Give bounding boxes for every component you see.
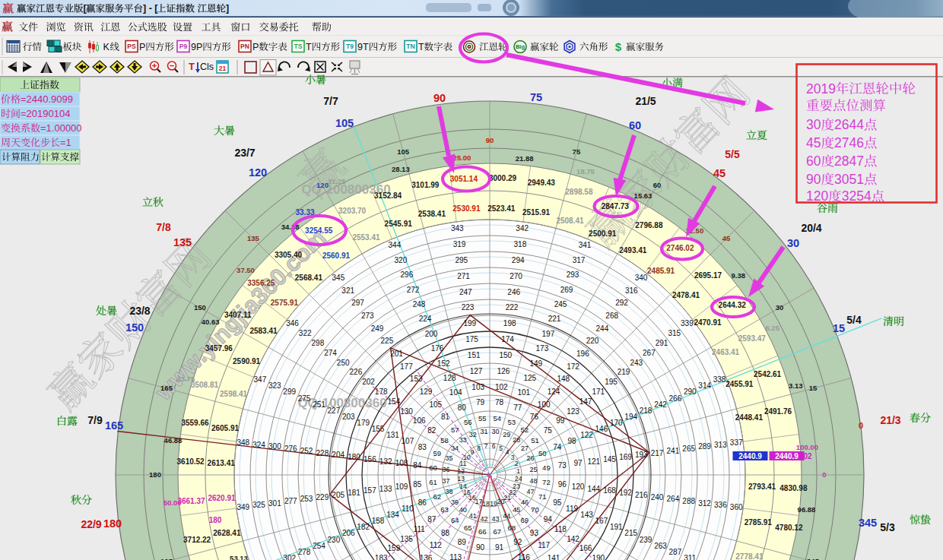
svg-text:P9: P9 — [179, 43, 188, 50]
svg-text:204: 204 — [332, 451, 344, 459]
svg-text:21/3: 21/3 — [880, 414, 900, 426]
svg-text:2778.41: 2778.41 — [735, 552, 764, 560]
svg-text:15: 15 — [833, 322, 845, 334]
svg-text:6.25: 6.25 — [765, 324, 779, 332]
svg-text:243: 243 — [630, 359, 643, 367]
svg-text:42: 42 — [480, 515, 487, 523]
svg-text:182: 182 — [357, 523, 370, 531]
svg-text:315: 315 — [668, 329, 681, 337]
svg-text:2613.41: 2613.41 — [208, 459, 236, 467]
svg-text:9.38: 9.38 — [732, 271, 746, 280]
svg-text:4: 4 — [506, 448, 510, 456]
svg-text:17: 17 — [475, 498, 483, 505]
svg-text:2785.91: 2785.91 — [745, 518, 773, 527]
svg-text:2793.41: 2793.41 — [748, 482, 776, 491]
svg-text:224: 224 — [419, 315, 432, 323]
svg-text:4780.12: 4780.12 — [775, 524, 803, 532]
svg-text:6: 6 — [492, 442, 496, 450]
svg-text:68: 68 — [507, 524, 516, 532]
svg-text:83: 83 — [418, 443, 427, 451]
svg-text:173: 173 — [536, 344, 549, 353]
svg-text:] - [: ] - [ — [143, 3, 158, 14]
svg-text:79: 79 — [476, 398, 485, 407]
svg-text:167: 167 — [595, 517, 608, 525]
svg-text:95: 95 — [553, 498, 562, 507]
svg-text:147: 147 — [579, 397, 592, 406]
svg-text:2605.91: 2605.91 — [211, 424, 240, 432]
svg-text:5/4: 5/4 — [846, 314, 862, 326]
svg-text:105: 105 — [335, 117, 354, 129]
svg-text:52: 52 — [520, 426, 529, 434]
svg-text:30: 30 — [787, 237, 799, 249]
svg-text:150: 150 — [499, 351, 512, 359]
svg-text:158: 158 — [372, 517, 385, 525]
svg-text:2491.76: 2491.76 — [764, 407, 792, 416]
svg-text:105: 105 — [429, 400, 442, 409]
svg-text:113: 113 — [449, 553, 462, 560]
svg-text:197: 197 — [542, 330, 555, 338]
svg-text:90: 90 — [433, 92, 446, 104]
svg-text:2583.41: 2583.41 — [249, 327, 278, 335]
svg-text:2019: 2019 — [806, 81, 836, 96]
svg-text:51: 51 — [531, 436, 539, 445]
svg-text:86: 86 — [418, 498, 427, 507]
svg-text:3051: 3051 — [834, 172, 864, 187]
svg-text:145: 145 — [603, 455, 616, 464]
svg-text:28: 28 — [513, 436, 520, 444]
svg-text:26: 26 — [527, 454, 535, 462]
svg-text:118: 118 — [554, 525, 567, 533]
svg-text:290: 290 — [684, 388, 697, 396]
svg-text:TN: TN — [406, 43, 414, 50]
svg-text:191: 191 — [610, 523, 623, 531]
svg-text:345: 345 — [332, 274, 345, 282]
svg-text:46.88: 46.88 — [164, 436, 183, 445]
svg-text:11: 11 — [459, 460, 466, 467]
svg-text:107: 107 — [402, 437, 414, 445]
svg-text:199: 199 — [463, 319, 476, 327]
svg-text:151: 151 — [468, 351, 481, 359]
svg-text:101: 101 — [517, 388, 530, 397]
svg-text:344: 344 — [389, 241, 402, 249]
svg-text:45: 45 — [713, 167, 726, 179]
svg-text:60: 60 — [429, 464, 437, 472]
svg-text:360: 360 — [730, 503, 743, 511]
svg-text:345: 345 — [807, 557, 820, 560]
svg-text:3305.40: 3305.40 — [275, 251, 303, 259]
svg-text:93: 93 — [530, 529, 539, 537]
svg-text:3508.81: 3508.81 — [191, 381, 219, 389]
svg-text:223: 223 — [462, 303, 475, 312]
svg-text:311: 311 — [684, 554, 696, 560]
svg-text:216: 216 — [635, 491, 648, 499]
svg-text:72: 72 — [542, 478, 551, 486]
svg-text:128: 128 — [443, 374, 456, 382]
svg-text:2515.91: 2515.91 — [522, 208, 551, 217]
svg-text:2545.91: 2545.91 — [385, 220, 413, 228]
svg-text:9P: 9P — [191, 42, 202, 52]
svg-text:321: 321 — [341, 286, 354, 295]
svg-text:2493.41: 2493.41 — [619, 246, 647, 255]
svg-text:316: 316 — [625, 286, 638, 295]
svg-text:2530.91: 2530.91 — [452, 204, 481, 213]
svg-text:90: 90 — [476, 543, 485, 552]
svg-text:127: 127 — [470, 367, 483, 375]
svg-text:222: 222 — [506, 303, 519, 312]
svg-text:44: 44 — [503, 512, 510, 520]
svg-text:2: 2 — [515, 460, 519, 467]
svg-text:267: 267 — [643, 349, 656, 357]
svg-text:55: 55 — [478, 414, 487, 422]
svg-text:152: 152 — [437, 359, 450, 368]
svg-text:196: 196 — [576, 350, 589, 358]
svg-text:3407.11: 3407.11 — [224, 311, 252, 319]
svg-text:142: 142 — [567, 535, 579, 543]
svg-text:3254: 3254 — [842, 188, 872, 204]
svg-text:2620.91: 2620.91 — [208, 494, 236, 502]
svg-text:96: 96 — [558, 480, 567, 489]
svg-text:323: 323 — [268, 381, 281, 390]
svg-text:90: 90 — [806, 172, 821, 187]
svg-text:155: 155 — [372, 425, 385, 433]
svg-text:268: 268 — [605, 312, 618, 320]
svg-text:246: 246 — [507, 288, 520, 296]
svg-text:96.88: 96.88 — [798, 505, 816, 514]
svg-text:2628.41: 2628.41 — [213, 529, 241, 537]
svg-text:]: ] — [226, 3, 229, 14]
